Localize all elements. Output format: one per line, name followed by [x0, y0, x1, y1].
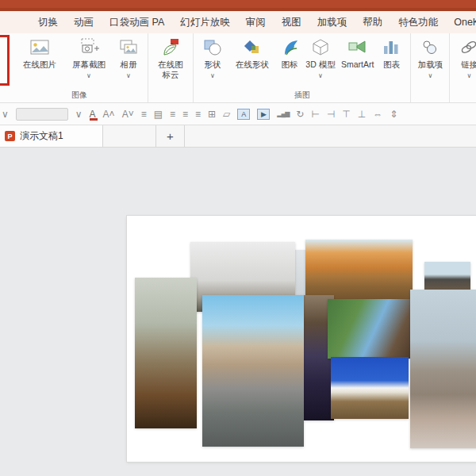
tab-animations[interactable]: 动画	[66, 11, 102, 33]
online-shapes-button[interactable]: 在线形状	[230, 38, 274, 70]
align-objects-left-button[interactable]: ⊢	[311, 109, 319, 119]
collage-photo-powerline-street[interactable]	[410, 290, 476, 448]
slide[interactable]	[127, 216, 476, 462]
document-tab-active[interactable]: P 演示文稿1	[0, 125, 103, 147]
collage-photo-temple-roof[interactable]	[424, 262, 470, 292]
media-tool-button[interactable]: ▶	[257, 109, 270, 120]
ribbon-group-images: 在线图片 屏幕截图∨ 相册∨ 图像	[11, 33, 148, 102]
annotation-highlight-box	[0, 35, 10, 86]
document-tab-bar: P 演示文稿1 +	[0, 125, 476, 148]
photo-album-caret: ∨	[126, 72, 131, 79]
distribute-horizontal-button[interactable]: ⇔	[373, 109, 382, 119]
chart-icon	[381, 38, 401, 57]
icons-icon	[279, 38, 300, 57]
shapes-caret: ∨	[210, 72, 215, 79]
smartart-icon	[347, 38, 368, 57]
ribbon-group-icon-cloud: 在线图标云	[148, 33, 194, 102]
smartart-button[interactable]: SmartArt	[341, 38, 374, 70]
tab-transitions[interactable]: 切换	[30, 11, 66, 33]
shapes-icon	[202, 38, 223, 57]
powerpoint-file-icon: P	[5, 131, 15, 141]
tab-add-ins[interactable]: 加载项	[309, 11, 355, 33]
tab-help[interactable]: 帮助	[355, 11, 390, 33]
collage-photo-japan-street[interactable]	[202, 295, 304, 447]
quick-format-toolbar: ∨ ∨ A A˄ A˅ ≡ ▤ ≡ ≡ ≡ ⊞ ▱ A ▶ ▂▄▆ ↻ ⊢ ⊣ …	[0, 103, 476, 125]
add-ins-button[interactable]: 加载项 ∨	[417, 38, 443, 79]
document-tab-label: 演示文稿1	[20, 129, 63, 143]
rotate-text-button[interactable]: ↻	[296, 109, 304, 119]
collage-photo-misty-autumn-trail[interactable]	[135, 278, 197, 428]
titlebar-bottom-edge	[0, 8, 476, 11]
tab-review[interactable]: 审阅	[238, 11, 274, 33]
ribbon: 在线图片 屏幕截图∨ 相册∨ 图像	[0, 33, 476, 103]
screenshot-button[interactable]: 屏幕截图∨	[67, 38, 111, 79]
ribbon-group-addins: 加载项 ∨	[411, 33, 450, 102]
shapes-button[interactable]: 形状∨	[200, 38, 225, 79]
icons-button[interactable]: 图标	[279, 38, 300, 70]
grow-font-button[interactable]: A˄	[103, 109, 115, 119]
align-boxed-button[interactable]: ▤	[154, 109, 163, 119]
shrink-font-button[interactable]: A˅	[122, 109, 134, 119]
textbox-tool-button[interactable]: A	[237, 109, 250, 120]
font-size-caret[interactable]: ∨	[75, 109, 83, 119]
title-bar	[0, 0, 476, 8]
align-objects-top-button[interactable]: ⊤	[342, 109, 350, 119]
collage-photo-autumn-lake[interactable]	[305, 240, 413, 299]
align-objects-bottom-button[interactable]: ⊥	[358, 109, 366, 119]
editing-canvas[interactable]	[0, 148, 476, 476]
tab-special-features[interactable]: 特色功能	[390, 11, 446, 33]
online-icon-cloud-icon	[160, 38, 181, 57]
add-ins-icon	[420, 38, 440, 57]
font-size-combo[interactable]	[16, 108, 68, 121]
link-button[interactable]: 链接∨	[456, 38, 476, 79]
screenshot-caret: ∨	[86, 72, 91, 79]
online-shapes-icon	[242, 38, 263, 57]
collage-photo-tree-building[interactable]	[328, 299, 410, 359]
tab-pocket-animation-pa[interactable]: 口袋动画 PA	[102, 11, 172, 33]
photo-album-icon	[118, 38, 139, 57]
font-color-button[interactable]: A	[90, 109, 96, 119]
trapezoid-tool-button[interactable]: ▱	[223, 109, 230, 119]
add-ins-caret: ∨	[428, 72, 432, 79]
group-label-images: 图像	[11, 90, 148, 101]
new-document-tab-button[interactable]: +	[156, 125, 185, 147]
tab-onekey-8[interactable]: OneKey 8	[446, 11, 476, 33]
distribute-vertical-button[interactable]: ⇕	[390, 109, 397, 119]
tab-view[interactable]: 视图	[274, 11, 309, 33]
group-label-illustrations: 插图	[194, 90, 410, 101]
ribbon-tab-row: 切换 动画 口袋动画 PA 幻灯片放映 审阅 视图 加载项 帮助 特色功能 On…	[0, 11, 476, 33]
screenshot-icon	[79, 38, 99, 57]
online-icon-cloud-button[interactable]: 在线图标云	[155, 38, 186, 79]
ribbon-group-links: 链接∨	[450, 33, 476, 102]
collage-photo-sky-mountains[interactable]	[331, 357, 409, 419]
document-tab-spacer	[103, 125, 156, 147]
align-justify-button[interactable]: ≡	[170, 109, 175, 119]
align-center-button[interactable]: ≡	[182, 109, 188, 119]
align-right-button[interactable]: ≡	[195, 109, 201, 119]
align-left-button[interactable]: ≡	[141, 109, 147, 119]
online-pictures-button[interactable]: 在线图片	[17, 38, 62, 70]
photo-album-button[interactable]: 相册∨	[116, 38, 141, 79]
overflow-chevron-icon[interactable]: ∨	[2, 109, 9, 119]
online-picture-icon	[29, 38, 50, 57]
3d-models-button[interactable]: 3D 模型 ∨	[305, 38, 336, 79]
align-objects-right-button[interactable]: ⊣	[327, 109, 335, 119]
3d-models-caret: ∨	[318, 72, 323, 79]
table-borders-button[interactable]: ⊞	[208, 109, 216, 119]
link-icon	[459, 38, 476, 57]
3d-models-icon	[310, 38, 331, 57]
tab-slide-show[interactable]: 幻灯片放映	[172, 11, 238, 33]
chart-button[interactable]: 图表	[378, 38, 404, 70]
chart-tool-button[interactable]: ▂▄▆	[277, 111, 289, 117]
link-caret: ∨	[466, 72, 471, 79]
ribbon-group-illustrations: 形状∨ 在线形状 图标 3D 模型 ∨	[194, 33, 411, 102]
